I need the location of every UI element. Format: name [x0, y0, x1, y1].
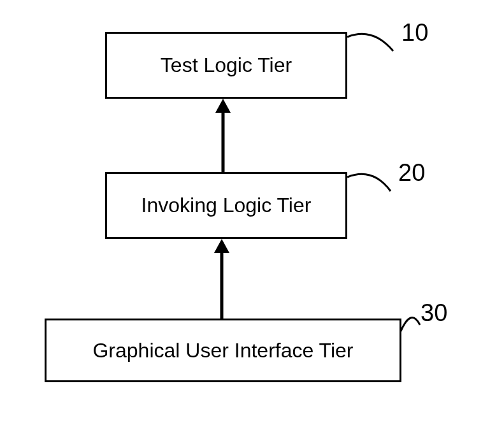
- tier-box-20: Invoking Logic Tier: [105, 172, 347, 239]
- tier-10-text: Test Logic Tier: [161, 54, 292, 77]
- tier-box-10: Test Logic Tier: [105, 32, 347, 99]
- tier-30-text: Graphical User Interface Tier: [92, 339, 353, 362]
- tier-diagram: Test Logic Tier Invoking Logic Tier Grap…: [0, 0, 504, 430]
- tier-20-text: Invoking Logic Tier: [141, 194, 312, 217]
- label-number-20: 20: [398, 159, 425, 187]
- label-number-10: 10: [401, 19, 428, 47]
- curve-to-20: [347, 166, 401, 204]
- curve-to-30: [382, 306, 426, 341]
- curve-to-10: [347, 25, 405, 64]
- svg-marker-1: [215, 99, 231, 113]
- svg-marker-3: [214, 239, 229, 253]
- tier-box-30: Graphical User Interface Tier: [45, 319, 401, 382]
- arrow-20-to-10: [210, 99, 236, 172]
- arrow-30-to-20: [209, 239, 234, 319]
